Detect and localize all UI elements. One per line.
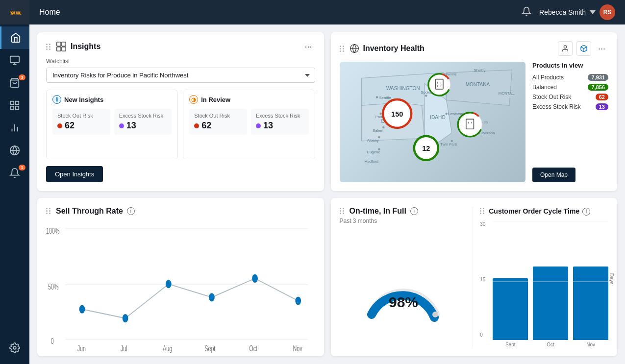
- cycle-y-30: 30: [480, 221, 491, 227]
- svg-text:100%: 100%: [46, 227, 60, 235]
- otif-title-row: On-time, In Full i: [340, 207, 418, 216]
- sidebar-item-settings[interactable]: [0, 337, 29, 359]
- chart-point-jul[interactable]: [123, 314, 128, 322]
- inv-body: WASHINGTON OREGON IDAHO MONTANA Seattle …: [340, 62, 609, 182]
- chart-point-nov[interactable]: [295, 296, 301, 305]
- svg-text:Aug: Aug: [163, 344, 172, 352]
- sell-through-title: Sell Through Rate: [56, 207, 123, 216]
- header: Home Rebecca Smith RS: [29, 0, 625, 24]
- sidebar: 3: [0, 0, 29, 364]
- svg-text:Oroville: Oroville: [444, 72, 456, 76]
- open-map-btn[interactable]: Open Map: [532, 168, 575, 182]
- avatar: RS: [600, 4, 615, 20]
- insights-drag-handle[interactable]: [46, 44, 51, 50]
- new-stock-out-value: 62: [57, 121, 105, 131]
- sell-through-info-icon[interactable]: i: [127, 207, 135, 215]
- new-excess-value: 13: [119, 121, 167, 131]
- watchlist-select[interactable]: Inventory Risks for Produce in Pacific N…: [46, 68, 315, 83]
- chart-point-sept[interactable]: [209, 293, 215, 301]
- svg-text:50%: 50%: [48, 283, 59, 291]
- review-stock-dot: [194, 123, 199, 128]
- chart-point-aug[interactable]: [166, 280, 172, 288]
- otif-info-icon[interactable]: i: [410, 207, 418, 215]
- balanced-row: Balanced 7,856: [532, 84, 608, 91]
- page-title: Home: [39, 8, 60, 17]
- inv-box-icon-btn[interactable]: [576, 41, 591, 56]
- sidebar-item-orders[interactable]: 3: [0, 72, 29, 94]
- cycle-y-15: 15: [480, 277, 491, 282]
- svg-text:Jun: Jun: [77, 344, 86, 352]
- cycle-info-icon[interactable]: i: [582, 208, 590, 216]
- svg-text:Seattle: Seattle: [379, 96, 391, 100]
- all-products-badge: 7,931: [588, 74, 608, 81]
- notification-bell-icon[interactable]: [522, 6, 531, 19]
- excess-dot: [119, 123, 124, 128]
- inv-user-icon-btn[interactable]: [558, 41, 573, 56]
- sell-through-chart: 100% 50% 0: [46, 225, 315, 348]
- svg-text:Eugene: Eugene: [367, 150, 380, 154]
- otif-title: On-time, In Full: [350, 207, 406, 216]
- sidebar-item-catalog[interactable]: [0, 94, 29, 117]
- sell-drag-handle[interactable]: [46, 208, 51, 214]
- chart-point-jun[interactable]: [79, 305, 85, 313]
- cycle-bar-oct: [533, 267, 568, 340]
- cycle-days-label: Days: [609, 273, 614, 285]
- insights-card: Insights ··· Watchlist Inventory Risks f…: [37, 32, 324, 191]
- svg-point-20: [564, 46, 566, 48]
- svg-text:Twin Falls: Twin Falls: [440, 142, 457, 146]
- cycle-bar-sept: [493, 278, 528, 340]
- svg-rect-7: [11, 106, 14, 109]
- sidebar-item-analytics[interactable]: [0, 117, 29, 139]
- svg-rect-17: [62, 47, 66, 51]
- svg-text:Sept: Sept: [204, 344, 215, 352]
- insights-title: Insights: [71, 42, 100, 51]
- sell-through-header: Sell Through Rate i: [46, 207, 315, 216]
- excess-risk-row: Excess Stock Risk 13: [532, 103, 608, 110]
- cycle-time-title: Customer Order Cycle Time: [489, 207, 579, 216]
- inventory-health-card: Inventory Health: [331, 32, 618, 191]
- svg-text:98%: 98%: [389, 294, 418, 310]
- map-background: WASHINGTON OREGON IDAHO MONTANA Seattle …: [340, 62, 526, 182]
- stock-out-badge: 62: [596, 94, 608, 100]
- review-excess-dot: [256, 123, 261, 128]
- svg-text:150: 150: [391, 110, 403, 118]
- excess-badge: 13: [596, 103, 608, 110]
- svg-text:12: 12: [422, 145, 430, 152]
- inv-more-btn[interactable]: ···: [595, 43, 608, 54]
- otif-drag-handle[interactable]: [340, 208, 345, 214]
- in-review-section: ◑ In Review Stock Out Risk 62 Excess: [183, 90, 315, 159]
- review-stock-out-value: 62: [194, 121, 242, 131]
- cycle-drag-handle[interactable]: [480, 208, 485, 214]
- map-svg: WASHINGTON OREGON IDAHO MONTANA Seattle …: [340, 62, 526, 182]
- insights-more-btn[interactable]: ···: [301, 41, 315, 52]
- inv-drag-handle[interactable]: [340, 46, 345, 52]
- balanced-badge: 7,856: [588, 84, 608, 91]
- gauge-svg: 98%: [359, 251, 448, 324]
- sell-through-card: Sell Through Rate i 100% 50% 0: [37, 198, 324, 357]
- sell-through-svg: 100% 50% 0: [46, 225, 315, 348]
- svg-rect-4: [11, 101, 14, 104]
- otif-card: On-time, In Full i Past 3 months: [331, 198, 618, 357]
- open-insights-btn[interactable]: Open Insights: [46, 166, 103, 182]
- svg-point-82: [432, 312, 438, 317]
- alerts-badge: 1: [19, 165, 25, 170]
- aws-logo-btn[interactable]: [0, 0, 29, 24]
- review-excess-metric: Excess Stock Risk 13: [251, 109, 309, 135]
- all-products-row: All Products 7,931: [532, 74, 608, 81]
- sidebar-item-alerts[interactable]: 1: [0, 162, 29, 184]
- sidebar-item-integration[interactable]: [0, 139, 29, 162]
- svg-text:MONTANA: MONTANA: [465, 82, 490, 87]
- orders-badge: 3: [19, 74, 25, 80]
- sidebar-item-home[interactable]: [0, 26, 29, 49]
- inventory-map: WASHINGTON OREGON IDAHO MONTANA Seattle …: [340, 62, 526, 182]
- svg-text:IDAHO: IDAHO: [430, 115, 446, 120]
- new-insights-title: ℹ New Insights: [52, 95, 172, 104]
- user-menu[interactable]: Rebecca Smith RS: [539, 4, 615, 20]
- inv-health-title-row: Inventory Health: [340, 44, 425, 53]
- svg-rect-0: [10, 56, 19, 63]
- sidebar-item-inventory[interactable]: [0, 49, 29, 72]
- insights-header: Insights ···: [46, 41, 315, 52]
- chart-point-oct[interactable]: [252, 274, 258, 282]
- insights-icon: [56, 41, 67, 52]
- otif-subtitle: Past 3 months: [340, 218, 468, 224]
